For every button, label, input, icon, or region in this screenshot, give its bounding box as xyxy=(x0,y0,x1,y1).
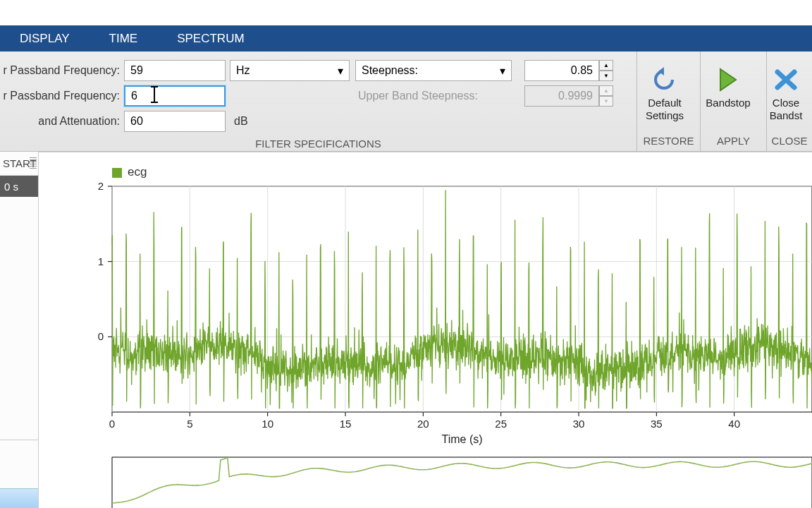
close-bandstop-button[interactable]: CloseBandst xyxy=(767,52,812,132)
chevron-down-icon: ▾ xyxy=(500,64,505,78)
filter-section-label: FILTER SPECIFICATIONS xyxy=(0,135,636,154)
tab-time[interactable]: TIME xyxy=(90,25,158,52)
restore-label2: Settings xyxy=(646,109,684,121)
default-settings-button[interactable]: DefaultSettings xyxy=(637,52,699,132)
svg-text:5: 5 xyxy=(187,418,192,430)
sidebar-start-row[interactable]: START xyxy=(0,152,38,176)
close-label1: Close xyxy=(773,97,799,109)
sidebar-empty xyxy=(0,197,38,440)
svg-text:0: 0 xyxy=(98,330,104,342)
bandstop-button[interactable]: Bandstop xyxy=(701,52,763,132)
upper-steepness-value-input xyxy=(524,85,599,107)
svg-rect-0 xyxy=(112,186,812,412)
attenuation-input[interactable] xyxy=(124,111,226,132)
svg-text:15: 15 xyxy=(340,418,352,430)
svg-text:25: 25 xyxy=(495,418,507,430)
svg-text:35: 35 xyxy=(651,418,663,430)
svg-text:40: 40 xyxy=(728,418,740,430)
upper-passband-input[interactable] xyxy=(124,85,226,107)
spectrum-plot xyxy=(56,454,812,508)
upper-steepness-spinner: ▲ ▼ xyxy=(524,85,613,107)
svg-rect-38 xyxy=(112,457,812,508)
upper-steepness-label: Upper Band Steepness: xyxy=(355,90,478,102)
close-label2: Bandst xyxy=(770,109,803,121)
svg-text:2: 2 xyxy=(98,180,104,192)
restore-label1: Default xyxy=(648,97,682,109)
ecg-plot: 0510152025303540012Time (s) xyxy=(56,165,812,447)
steepness-up-button[interactable]: ▲ xyxy=(599,60,613,71)
restore-section-label: RESTORE xyxy=(637,132,700,151)
grip-icon[interactable] xyxy=(30,157,37,169)
upper-steepness-down-button: ▼ xyxy=(599,96,613,107)
tab-spectrum[interactable]: SPECTRUM xyxy=(157,25,264,52)
attenuation-label: and Attenuation: xyxy=(0,115,124,128)
text-caret-icon xyxy=(154,86,155,103)
close-section-label: CLOSE xyxy=(767,132,812,151)
svg-text:1: 1 xyxy=(98,255,104,267)
svg-text:0: 0 xyxy=(109,418,115,430)
steepness-select[interactable]: Steepness: ▾ xyxy=(355,60,512,81)
lower-passband-input[interactable] xyxy=(124,60,226,81)
legend-swatch-icon xyxy=(112,168,122,178)
undo-icon xyxy=(651,66,678,94)
lower-passband-label: r Passband Frequency: xyxy=(0,64,124,77)
tab-display[interactable]: DISPLAY xyxy=(0,25,90,52)
svg-text:30: 30 xyxy=(573,418,585,430)
svg-text:Time (s): Time (s) xyxy=(441,433,482,445)
apply-section-label: APPLY xyxy=(701,132,766,151)
apply-label: Bandstop xyxy=(706,97,750,109)
play-icon xyxy=(718,66,739,94)
legend-text: ecg xyxy=(128,165,147,179)
svg-text:10: 10 xyxy=(262,418,273,430)
sidebar-time-row[interactable]: 0 s xyxy=(0,176,38,197)
frequency-unit-select[interactable]: Hz ▾ xyxy=(230,60,350,81)
frequency-unit-value: Hz xyxy=(236,64,250,77)
db-unit-label: dB xyxy=(234,115,248,128)
close-icon xyxy=(773,66,799,94)
svg-text:20: 20 xyxy=(417,418,429,430)
steepness-spinner[interactable]: ▲ ▼ xyxy=(524,60,613,81)
chart-legend: ecg xyxy=(112,165,147,179)
upper-passband-label: r Passband Frequency: xyxy=(0,90,124,102)
steepness-select-label: Steepness: xyxy=(362,64,418,77)
sidebar-bottom-bar[interactable] xyxy=(0,488,38,508)
chevron-down-icon: ▾ xyxy=(338,64,343,78)
steepness-down-button[interactable]: ▼ xyxy=(599,71,613,81)
steepness-value-input[interactable] xyxy=(524,60,599,81)
upper-steepness-up-button: ▲ xyxy=(599,85,613,96)
